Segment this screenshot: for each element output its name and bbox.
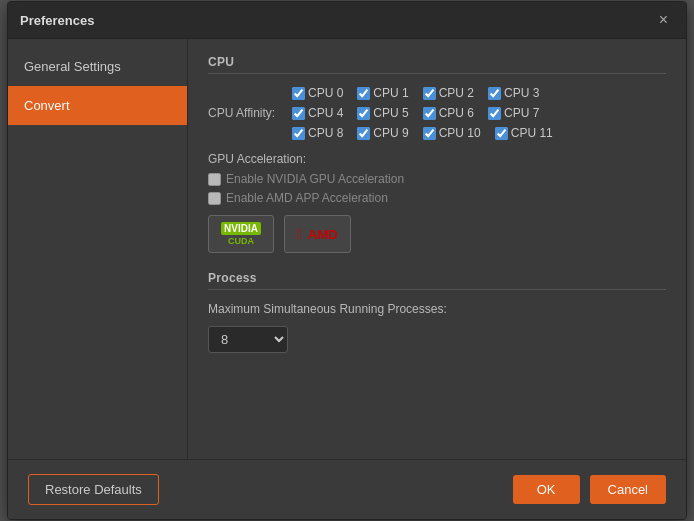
amd-icon:  (297, 226, 302, 242)
cpu-6-check[interactable]: CPU 6 (423, 106, 474, 120)
action-buttons: OK Cancel (513, 475, 666, 504)
cancel-button[interactable]: Cancel (590, 475, 666, 504)
gpu-buttons-group: NVIDIA CUDA  AMD (208, 215, 666, 253)
amd-label: AMD (308, 227, 338, 242)
cpu-row-3: CPU 8 CPU 9 CPU 10 CPU 11 (208, 126, 666, 140)
process-select-wrap: 1 2 4 8 16 (208, 326, 666, 353)
nvidia-gpu-label: Enable NVIDIA GPU Acceleration (226, 172, 404, 186)
nvidia-cuda-button[interactable]: NVIDIA CUDA (208, 215, 274, 253)
cpu-5-check[interactable]: CPU 5 (357, 106, 408, 120)
process-count-select[interactable]: 1 2 4 8 16 (208, 326, 288, 353)
nvidia-gpu-option: Enable NVIDIA GPU Acceleration (208, 172, 666, 186)
gpu-section: GPU Acceleration: Enable NVIDIA GPU Acce… (208, 152, 666, 253)
nvidia-gpu-checkbox[interactable] (208, 173, 221, 186)
affinity-label: CPU Affinity: (208, 106, 286, 120)
amd-gpu-checkbox[interactable] (208, 192, 221, 205)
sidebar-item-convert[interactable]: Convert (8, 86, 187, 125)
process-section-header: Process (208, 271, 666, 290)
cpu-row-1-checks: CPU 0 CPU 1 CPU 2 CPU 3 (292, 86, 539, 100)
restore-defaults-button[interactable]: Restore Defaults (28, 474, 159, 505)
cpu-11-check[interactable]: CPU 11 (495, 126, 553, 140)
preferences-dialog: Preferences × General Settings Convert C… (7, 1, 687, 520)
cpu-row-3-checks: CPU 8 CPU 9 CPU 10 CPU 11 (292, 126, 553, 140)
cpu-0-check[interactable]: CPU 0 (292, 86, 343, 100)
amd-button[interactable]:  AMD (284, 215, 351, 253)
cpu-9-check[interactable]: CPU 9 (357, 126, 408, 140)
cpu-1-check[interactable]: CPU 1 (357, 86, 408, 100)
cpu-7-check[interactable]: CPU 7 (488, 106, 539, 120)
cpu-row-1: CPU 0 CPU 1 CPU 2 CPU 3 (208, 86, 666, 100)
cpu-section-header: CPU (208, 55, 666, 74)
title-bar: Preferences × (8, 2, 686, 39)
cuda-label: CUDA (228, 236, 254, 246)
cpu-8-check[interactable]: CPU 8 (292, 126, 343, 140)
gpu-section-header: GPU Acceleration: (208, 152, 666, 166)
cpu-affinity-group: CPU 0 CPU 1 CPU 2 CPU 3 CPU Affinity: CP… (208, 86, 666, 140)
main-content: CPU CPU 0 CPU 1 CPU 2 CPU 3 CPU Affinity… (188, 39, 686, 459)
cpu-2-check[interactable]: CPU 2 (423, 86, 474, 100)
dialog-body: General Settings Convert CPU CPU 0 CPU 1… (8, 39, 686, 459)
ok-button[interactable]: OK (513, 475, 580, 504)
sidebar: General Settings Convert (8, 39, 188, 459)
cpu-4-check[interactable]: CPU 4 (292, 106, 343, 120)
cpu-10-check[interactable]: CPU 10 (423, 126, 481, 140)
sidebar-item-general-settings[interactable]: General Settings (8, 47, 187, 86)
process-section: Process Maximum Simultaneous Running Pro… (208, 271, 666, 353)
close-button[interactable]: × (653, 10, 674, 30)
cpu-row-2: CPU Affinity: CPU 4 CPU 5 CPU 6 CPU 7 (208, 106, 666, 120)
dialog-footer: Restore Defaults OK Cancel (8, 459, 686, 519)
process-desc: Maximum Simultaneous Running Processes: (208, 302, 666, 316)
amd-gpu-label: Enable AMD APP Acceleration (226, 191, 388, 205)
amd-gpu-option: Enable AMD APP Acceleration (208, 191, 666, 205)
cpu-row-2-checks: CPU 4 CPU 5 CPU 6 CPU 7 (292, 106, 539, 120)
nvidia-badge: NVIDIA (221, 222, 261, 235)
cpu-3-check[interactable]: CPU 3 (488, 86, 539, 100)
dialog-title: Preferences (20, 13, 94, 28)
